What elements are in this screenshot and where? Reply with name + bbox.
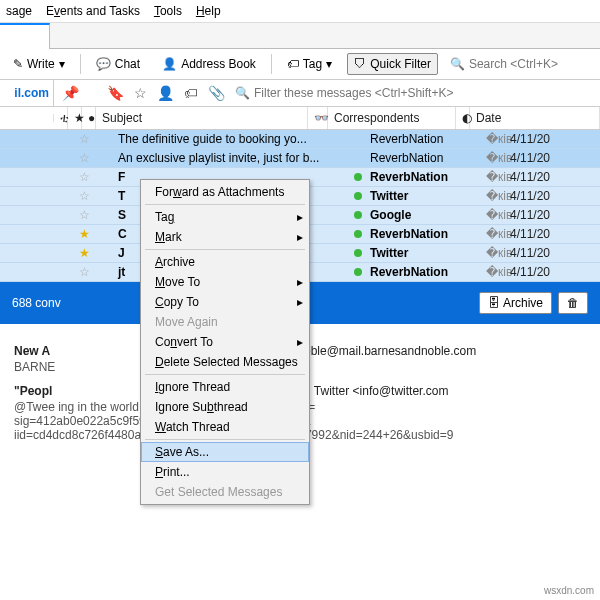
star-icon[interactable]: ★ xyxy=(54,246,114,260)
delete-button[interactable]: 🗑 xyxy=(558,292,588,314)
col-correspondents[interactable]: Correspondents xyxy=(328,107,456,129)
col-subject[interactable]: Subject xyxy=(96,107,308,129)
tab-active[interactable] xyxy=(0,23,50,49)
star-icon[interactable]: ☆ xyxy=(54,151,114,165)
message-row[interactable]: ☆The definitive guide to booking yo...Re… xyxy=(0,130,600,149)
separator xyxy=(80,54,81,74)
pin-icon[interactable]: 📌 xyxy=(62,85,79,101)
menu-item[interactable]: Convert To▸ xyxy=(141,332,309,352)
star-filter-icon[interactable]: ☆ xyxy=(134,85,147,101)
menu-item[interactable]: Delete Selected Messages xyxy=(141,352,309,372)
col-star[interactable]: ★ xyxy=(68,107,82,129)
unread-filter-icon[interactable]: 🔖 xyxy=(107,85,124,101)
row-date: 4/11/20 xyxy=(506,151,600,165)
contact-filter-icon[interactable]: 👤 xyxy=(157,85,174,101)
presence-icon xyxy=(354,208,366,222)
addressbook-button[interactable]: 👤 Address Book xyxy=(155,53,263,75)
chevron-down-icon: ▾ xyxy=(326,57,332,71)
menu-item[interactable]: Ignore Subthread xyxy=(141,397,309,417)
star-icon[interactable]: ☆ xyxy=(54,265,114,279)
star-icon[interactable]: ☆ xyxy=(54,208,114,222)
tag-filter-icon[interactable]: 🏷 xyxy=(184,85,198,101)
download-icon: �ків xyxy=(486,246,506,260)
star-icon[interactable]: ★ xyxy=(54,227,114,241)
download-icon: �ків xyxy=(486,227,506,241)
row-subject: An exclusive playlist invite, just for b… xyxy=(114,151,334,165)
download-icon: �ків xyxy=(486,170,506,184)
row-correspondent: ReverbNation xyxy=(366,151,486,165)
star-icon[interactable]: ☆ xyxy=(54,189,114,203)
row-date: 4/11/20 xyxy=(506,208,600,222)
submenu-arrow-icon: ▸ xyxy=(297,210,303,224)
col-flag[interactable]: ◐ xyxy=(456,107,470,129)
submenu-arrow-icon: ▸ xyxy=(297,295,303,309)
col-read[interactable]: 👓 xyxy=(308,107,328,129)
filter-search[interactable]: 🔍 Filter these messages <Ctrl+Shift+K> xyxy=(235,86,592,100)
menu-item: Move Again xyxy=(141,312,309,332)
menu-item[interactable]: Watch Thread xyxy=(141,417,309,437)
row-date: 4/11/20 xyxy=(506,246,600,260)
main-toolbar: ✎ Write ▾ 💬 Chat 👤 Address Book 🏷 Tag ▾ … xyxy=(0,49,600,80)
download-icon: �ків xyxy=(486,265,506,279)
submenu-arrow-icon: ▸ xyxy=(297,230,303,244)
row-date: 4/11/20 xyxy=(506,227,600,241)
menu-tools[interactable]: Tools xyxy=(154,4,182,18)
download-icon: �ків xyxy=(486,189,506,203)
row-date: 4/11/20 xyxy=(506,265,600,279)
col-dot[interactable]: ● xyxy=(82,107,96,129)
row-correspondent: ReverbNation xyxy=(366,132,486,146)
row-correspondent: ReverbNation xyxy=(366,265,486,279)
menu-item[interactable]: Move To▸ xyxy=(141,272,309,292)
search-icon: 🔍 xyxy=(235,86,250,100)
col-thread[interactable]: ቲ xyxy=(54,107,68,129)
addressbook-icon: 👤 xyxy=(162,57,177,71)
filter-row: il.com 📌 🔖 ☆ 👤 🏷 📎 🔍 Filter these messag… xyxy=(0,80,600,107)
filter-placeholder: Filter these messages <Ctrl+Shift+K> xyxy=(254,86,453,100)
menu-item[interactable]: Ignore Thread xyxy=(141,377,309,397)
chat-label: Chat xyxy=(115,57,140,71)
menu-item[interactable]: Archive xyxy=(141,252,309,272)
tag-button[interactable]: 🏷 Tag ▾ xyxy=(280,53,339,75)
row-date: 4/11/20 xyxy=(506,132,600,146)
funnel-icon: ⛉ xyxy=(354,57,366,71)
menu-help[interactable]: Help xyxy=(196,4,221,18)
presence-icon xyxy=(354,265,366,279)
row-subject: The definitive guide to booking yo... xyxy=(114,132,334,146)
message-row[interactable]: ☆An exclusive playlist invite, just for … xyxy=(0,149,600,168)
row-correspondent: Twitter xyxy=(366,246,486,260)
presence-icon xyxy=(354,170,366,184)
menu-message[interactable]: sage xyxy=(6,4,32,18)
star-icon[interactable]: ☆ xyxy=(54,132,114,146)
chat-icon: 💬 xyxy=(96,57,111,71)
menu-item[interactable]: Tag▸ xyxy=(141,207,309,227)
row-correspondent: ReverbNation xyxy=(366,170,486,184)
menu-events-tasks[interactable]: Events and Tasks xyxy=(46,4,140,18)
presence-icon xyxy=(354,227,366,241)
menu-item[interactable]: Print... xyxy=(141,462,309,482)
global-search[interactable]: 🔍 Search <Ctrl+K> xyxy=(446,55,594,73)
row-correspondent: Twitter xyxy=(366,189,486,203)
watermark: wsxdn.com xyxy=(544,585,594,596)
write-button[interactable]: ✎ Write ▾ xyxy=(6,53,72,75)
archive-button[interactable]: 🗄 Archive xyxy=(479,292,552,314)
menu-item[interactable]: Copy To▸ xyxy=(141,292,309,312)
row-date: 4/11/20 xyxy=(506,189,600,203)
quickfilter-button[interactable]: ⛉ Quick Filter xyxy=(347,53,438,75)
msg2-subject-a: "Peopl xyxy=(14,384,52,398)
gutter xyxy=(0,114,54,122)
account-label[interactable]: il.com xyxy=(0,80,54,106)
submenu-arrow-icon: ▸ xyxy=(297,275,303,289)
conversation-count: 688 conv xyxy=(12,296,61,310)
col-date[interactable]: Date xyxy=(470,107,600,129)
chat-button[interactable]: 💬 Chat xyxy=(89,53,147,75)
menu-item[interactable]: Mark▸ xyxy=(141,227,309,247)
menu-item[interactable]: Forward as Attachments xyxy=(141,182,309,202)
star-icon[interactable]: ☆ xyxy=(54,170,114,184)
tag-icon: 🏷 xyxy=(287,57,299,71)
presence-icon xyxy=(354,189,366,203)
msg2-from: Twitter <info@twitter.com xyxy=(314,384,449,398)
menu-item[interactable]: Save As... xyxy=(141,442,309,462)
context-menu: Forward as AttachmentsTag▸Mark▸ArchiveMo… xyxy=(140,179,310,505)
quick-filter-bar: 📌 🔖 ☆ 👤 🏷 📎 🔍 Filter these messages <Ctr… xyxy=(54,80,600,106)
attachment-filter-icon[interactable]: 📎 xyxy=(208,85,225,101)
